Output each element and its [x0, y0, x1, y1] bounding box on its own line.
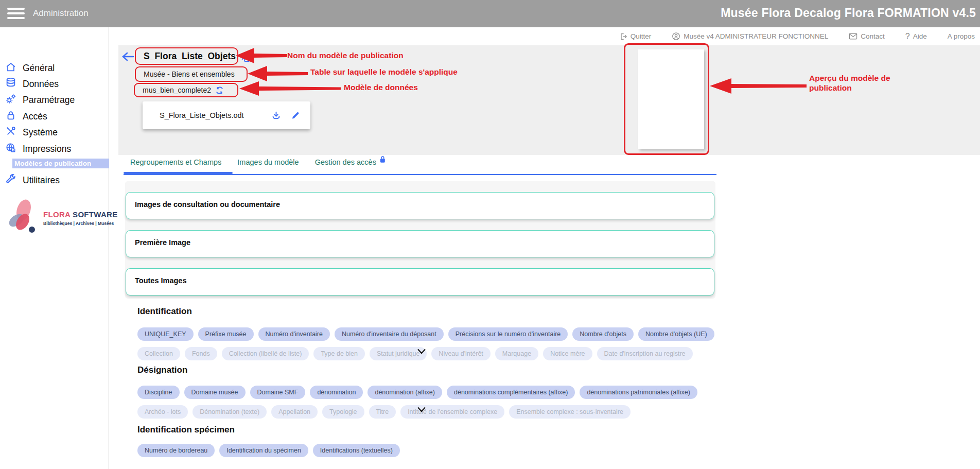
field-chip[interactable]: Domaine musée — [184, 386, 246, 399]
field-chip[interactable]: Marquage — [495, 347, 538, 360]
annotation-preview-label-line1: Aperçu du modèle de — [809, 74, 890, 83]
logo-brand-flora: FLORA — [43, 210, 71, 219]
field-chip[interactable]: Titre — [369, 405, 396, 419]
edit-pencil-icon[interactable] — [291, 111, 300, 120]
field-chip[interactable]: Précisions sur le numéro d'inventaire — [448, 327, 568, 341]
field-chip[interactable]: Nombre d'objets — [572, 327, 634, 341]
contact-link[interactable]: Contact — [849, 32, 885, 40]
field-chip[interactable]: Identification du spécimen — [219, 444, 308, 457]
home-icon — [5, 61, 16, 75]
exit-icon — [619, 32, 627, 41]
help-link[interactable]: ? Aide — [905, 32, 927, 41]
field-chip[interactable]: Préfixe musée — [198, 327, 254, 341]
tab-regroupements-et-champs[interactable]: Regroupements et Champs — [130, 158, 221, 166]
field-chip[interactable]: Domaine SMF — [250, 386, 306, 399]
flora-software-logo: FLORA SOFTWARE Bibliothèques | Archives … — [3, 199, 109, 237]
expand-chevron-down-icon[interactable] — [416, 348, 427, 357]
sidebar-item-modeles-de-publication[interactable]: Modèles de publication — [12, 159, 109, 168]
sidebar-item-general[interactable]: Général — [5, 61, 55, 75]
image-group-box-2[interactable]: Première Image — [126, 230, 714, 257]
sidebar-item-acces[interactable]: Accès — [5, 110, 47, 124]
image-group-box-1[interactable]: Images de consultation ou documentaire — [126, 192, 714, 219]
field-chip[interactable]: Date d'inscription au registre — [597, 347, 693, 360]
template-file-name: S_Flora_Liste_Objets.odt — [160, 111, 244, 119]
field-chip[interactable]: Numéro d'inventaire — [258, 327, 330, 341]
field-chip[interactable]: Collection — [137, 347, 180, 360]
field-chip[interactable]: Dénomination (texte) — [192, 405, 267, 419]
field-chip[interactable]: Niveau d'intérêt — [431, 347, 490, 360]
sidebar-subitem-label: Modèles de publication — [14, 160, 91, 167]
hamburger-menu-icon[interactable] — [7, 8, 25, 20]
about-label: A propos — [948, 32, 975, 40]
image-groups-zone: Images de consultation ou documentairePr… — [125, 181, 715, 299]
field-chip-row: CollectionFondsCollection (libellé de li… — [137, 347, 693, 360]
field-chip-row: Numéro de bordereauIdentification du spé… — [137, 444, 400, 457]
sidebar-item-label: Système — [23, 127, 58, 138]
logo-subtitle: Bibliothèques | Archives | Musées — [43, 221, 117, 226]
field-chip[interactable]: Discipline — [137, 386, 180, 399]
field-chip[interactable]: Ensemble complexe : sous-inventaire — [509, 405, 631, 419]
field-chip-row: DisciplineDomaine muséeDomaine SMFdénomi… — [137, 386, 697, 399]
tab-label: Regroupements et Champs — [130, 158, 221, 166]
field-chip[interactable]: dénomination — [310, 386, 363, 399]
section-title: Désignation — [137, 365, 187, 375]
current-user[interactable]: Musée v4 ADMINISTRATEUR FONCTIONNEL — [672, 32, 828, 41]
sidebar-item-utilitaires[interactable]: Utilitaires — [5, 173, 60, 187]
field-chip[interactable]: Type de bien — [313, 347, 365, 360]
app-title: Musée Flora Decalog Flora FORMATION v4.5 — [721, 6, 976, 20]
annotation-datamodel-label: Modèle de données — [344, 83, 418, 92]
tab-label: Gestion des accès — [315, 158, 376, 166]
about-link[interactable]: A propos — [948, 32, 975, 40]
data-model-value[interactable]: mus_bien_complete2 — [143, 86, 211, 94]
lock-icon — [379, 155, 386, 165]
administration-window: Administration Musée Flora Decalog Flora… — [0, 0, 980, 469]
field-chip[interactable]: Appellation — [271, 405, 318, 419]
tab-bar: Regroupements et ChampsImages du modèleG… — [130, 158, 386, 166]
field-chip[interactable]: UNIQUE_KEY — [137, 327, 194, 341]
sidebar-item-label: Accès — [23, 111, 47, 122]
field-chip[interactable]: dénominations complémentaires (affixe) — [447, 386, 575, 399]
field-chip[interactable]: Identifications (textuelles) — [313, 444, 400, 457]
field-chip[interactable]: Typologie — [322, 405, 364, 419]
refresh-icon[interactable] — [215, 86, 224, 95]
tab-gestion-des-acces[interactable]: Gestion des accès — [315, 158, 386, 166]
sidebar-item-systeme[interactable]: Système — [5, 126, 58, 140]
quit-link[interactable]: Quitter — [619, 32, 652, 41]
image-group-label: Première Image — [135, 238, 190, 247]
sidebar-item-label: Utilitaires — [23, 175, 60, 186]
model-table-value[interactable]: Musée - Biens et ensembles — [144, 70, 235, 78]
field-chip[interactable]: Collection (libellé de liste) — [222, 347, 309, 360]
field-chip[interactable]: dénomination (affixe) — [367, 386, 442, 399]
contact-label: Contact — [861, 32, 885, 40]
field-chip[interactable]: Notice mère — [543, 347, 592, 360]
download-icon[interactable] — [271, 111, 281, 120]
publication-preview-page[interactable] — [638, 49, 704, 149]
tools-icon — [5, 126, 16, 140]
image-group-box-3[interactable]: Toutes Images — [126, 268, 714, 296]
tab-images-du-modele[interactable]: Images du modèle — [237, 158, 299, 166]
sidebar-item-parametrage[interactable]: Paramétrage — [5, 93, 75, 107]
model-name-value[interactable]: S_Flora_Liste_Objets — [144, 51, 236, 62]
field-chip-row: Archéo - lotsDénomination (texte)Appella… — [137, 405, 631, 419]
back-arrow-icon[interactable] — [121, 50, 135, 65]
annotation-name-label: Nom du modèle de publication — [287, 51, 404, 60]
field-chip[interactable]: Nombre d'objets (UE) — [638, 327, 714, 341]
sidebar-item-label: Général — [23, 63, 55, 74]
field-chip[interactable]: Numéro de bordereau — [137, 444, 215, 457]
field-chip[interactable]: Fonds — [185, 347, 217, 360]
envelope-icon — [849, 32, 857, 40]
help-label: Aide — [913, 32, 927, 40]
sidebar: GénéralDonnéesParamétrageAccèsSystèmeImp… — [0, 27, 109, 469]
model-table-field: Musée - Biens et ensembles — [135, 66, 248, 82]
header-links-row: Quitter Musée v4 ADMINISTRATEUR FONCTION… — [109, 27, 980, 45]
expand-chevron-down-icon[interactable] — [416, 406, 427, 415]
field-chip[interactable]: Numéro d'inventaire du déposant — [335, 327, 444, 341]
sidebar-item-donnees[interactable]: Données — [5, 77, 59, 91]
sidebar-item-impressions[interactable]: Impressions — [5, 142, 71, 156]
section-title: Identification — [137, 306, 192, 317]
annotation-arrow-name — [236, 47, 287, 64]
field-chip[interactable]: Archéo - lots — [137, 405, 188, 419]
field-chip[interactable]: dénominations patrimoniales (affixe) — [580, 386, 697, 399]
image-group-label: Images de consultation ou documentaire — [135, 200, 280, 209]
top-bar: Administration Musée Flora Decalog Flora… — [0, 0, 980, 27]
